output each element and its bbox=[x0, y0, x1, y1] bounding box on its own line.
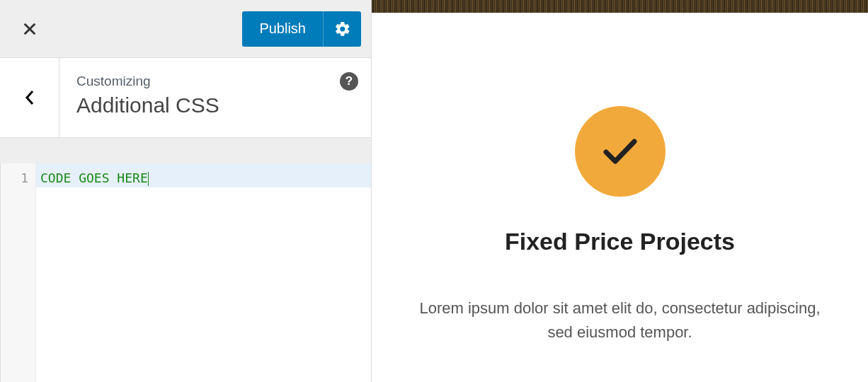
section-header: Customizing Additional CSS ? bbox=[0, 58, 371, 138]
editor-spacer bbox=[0, 138, 371, 163]
customizer-topbar: Publish bbox=[0, 0, 371, 58]
help-button[interactable]: ? bbox=[340, 72, 358, 91]
section-titles: Customizing Additional CSS ? bbox=[59, 58, 371, 137]
code-area[interactable]: CODE GOES HERE bbox=[36, 163, 371, 382]
publish-group: Publish bbox=[242, 11, 361, 47]
code-text: CODE GOES HERE bbox=[40, 170, 148, 185]
gear-icon bbox=[334, 21, 351, 37]
preview-content: Fixed Price Projects Lorem ipsum dolor s… bbox=[372, 13, 868, 382]
customizer-sidebar: Publish Customizing Additional CSS ? 1 C… bbox=[0, 0, 372, 382]
help-icon: ? bbox=[346, 74, 353, 88]
code-line[interactable]: CODE GOES HERE bbox=[36, 163, 371, 187]
feature-body: Lorem ipsum dolor sit amet elit do, cons… bbox=[408, 296, 833, 345]
feature-heading: Fixed Price Projects bbox=[505, 228, 735, 255]
feature-icon-circle bbox=[575, 106, 666, 197]
hero-image-strip bbox=[372, 0, 868, 13]
section-eyebrow: Customizing bbox=[76, 74, 357, 89]
publish-settings-button[interactable] bbox=[323, 11, 361, 47]
chevron-left-icon bbox=[23, 89, 36, 106]
close-icon bbox=[22, 21, 38, 37]
line-number: 1 bbox=[1, 170, 28, 185]
site-preview: Fixed Price Projects Lorem ipsum dolor s… bbox=[372, 0, 868, 382]
back-button[interactable] bbox=[0, 58, 59, 137]
section-title: Additional CSS bbox=[76, 93, 357, 117]
line-gutter: 1 bbox=[1, 163, 36, 382]
css-editor-wrap: 1 CODE GOES HERE bbox=[0, 138, 371, 382]
text-cursor bbox=[148, 172, 149, 186]
check-icon bbox=[602, 137, 639, 166]
close-button[interactable] bbox=[0, 0, 59, 58]
publish-button[interactable]: Publish bbox=[242, 11, 323, 47]
css-editor[interactable]: 1 CODE GOES HERE bbox=[0, 163, 371, 382]
